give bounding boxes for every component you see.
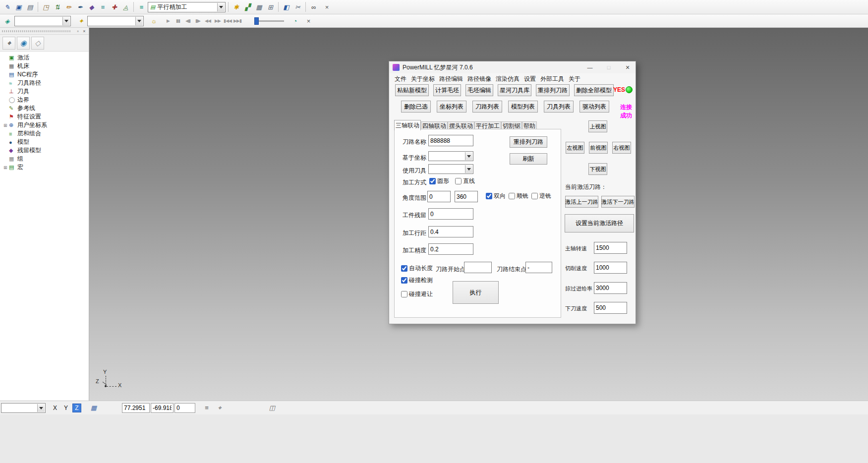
step-back-button[interactable]: ◀▮ — [183, 16, 193, 26]
refresh-button[interactable]: 刷新 — [510, 153, 547, 165]
menu-item[interactable]: 外部工具 — [539, 74, 565, 84]
set-active-path-button[interactable]: 设置当前激活路径 — [565, 214, 634, 232]
checkbox[interactable] — [401, 291, 407, 297]
tree-item-patterns[interactable]: ✎ 参考线 — [0, 104, 89, 113]
toolpath-list-button[interactable]: 刀路列表 — [472, 101, 502, 113]
spectacles-icon[interactable]: ∞ — [308, 2, 319, 12]
checkbox[interactable] — [401, 277, 407, 284]
rewind-button[interactable]: ◀◀ — [203, 16, 213, 26]
execute-button[interactable]: 执行 — [453, 281, 499, 304]
checkbox[interactable] — [531, 193, 538, 199]
new-project-icon[interactable]: ✎ — [2, 2, 12, 12]
print-icon[interactable]: ▤ — [25, 2, 35, 12]
circular-checkbox[interactable]: 圆形 — [429, 177, 449, 185]
cutting-feed-field[interactable] — [594, 262, 627, 274]
plunge-feed-field[interactable] — [594, 302, 627, 314]
checkbox[interactable] — [401, 265, 407, 272]
view-top-button[interactable]: 上视图 — [588, 120, 607, 132]
menu-item[interactable]: 文件 — [394, 74, 407, 84]
tool-library-button[interactable]: 星河刀具库 — [498, 84, 531, 96]
calculator-icon[interactable]: ▦ — [254, 2, 264, 12]
toolbar-close-icon[interactable]: × — [304, 17, 313, 25]
panel-drag-handle[interactable] — [2, 30, 71, 32]
chevron-down-icon[interactable] — [465, 165, 472, 173]
x-axis-button[interactable]: X — [51, 404, 59, 412]
feeds-icon[interactable]: ✚ — [109, 2, 119, 12]
view-left-button[interactable]: 左视图 — [566, 142, 584, 154]
checkbox[interactable] — [509, 193, 515, 199]
simulation-speed-clock-icon[interactable]: ◔ — [290, 16, 300, 26]
simulation-speed-slider[interactable] — [255, 20, 284, 22]
strategy-list-icon[interactable]: ≡ — [136, 2, 147, 12]
delete-all-models-button[interactable]: 删除全部模型 — [574, 84, 614, 96]
toolbox-icon[interactable]: ✱ — [231, 2, 241, 12]
z-axis-button[interactable]: Z — [72, 404, 81, 412]
tree-item-models[interactable]: ● 模型 — [0, 138, 89, 146]
go-to-end-button[interactable]: ▶▶▮ — [232, 16, 242, 26]
toolbar-close-icon[interactable]: × — [323, 3, 331, 11]
toolpath-edit-icon[interactable]: ✏ — [63, 2, 74, 12]
go-to-start-button[interactable]: ▮◀◀ — [223, 16, 232, 26]
chevron-down-icon[interactable] — [37, 404, 45, 412]
snap-options-icon[interactable]: ≡ — [201, 403, 212, 413]
drive-list-button[interactable]: 驱动列表 — [579, 101, 609, 113]
checkbox[interactable] — [486, 193, 492, 199]
menu-item[interactable]: 路径镜像 — [466, 74, 492, 84]
transform-icon[interactable]: ◆ — [86, 2, 97, 12]
slider-handle[interactable] — [254, 17, 259, 25]
grid-icon[interactable]: ▦ — [88, 403, 99, 413]
menu-item[interactable]: 路径编辑 — [438, 74, 464, 84]
end-point-input[interactable] — [525, 262, 552, 273]
tree-item-boundaries[interactable]: ◯ 边界 — [0, 96, 89, 104]
simulate-entity-icon[interactable]: ◬ — [120, 2, 131, 12]
tree-item-levels-and-sets[interactable]: ≡ 层和组合 — [0, 129, 89, 138]
panel-close-icon[interactable]: × — [81, 28, 87, 34]
paste-new-model-button[interactable]: 粘贴新模型 — [395, 84, 429, 96]
tolerance-input[interactable] — [428, 243, 473, 255]
delete-selected-button[interactable]: 删除已选 — [401, 101, 431, 113]
pages-icon[interactable]: ◫ — [267, 403, 278, 413]
status-combobox[interactable] — [1, 403, 46, 413]
pause-button[interactable]: ▮▮ — [173, 16, 183, 26]
clipping-icon[interactable]: ✂ — [292, 2, 303, 12]
edit-block-button[interactable]: 毛坯编辑 — [465, 84, 493, 96]
tree-expander-icon[interactable]: ⊞ — [3, 165, 9, 170]
chevron-down-icon[interactable] — [135, 17, 143, 25]
chevron-down-icon[interactable] — [465, 152, 472, 160]
dialog-titlebar[interactable]: PowerMILL 忆梦星河 7.0.6 — □ × — [389, 61, 636, 73]
angle-start-input[interactable] — [427, 191, 451, 202]
coordinate-z-field[interactable] — [174, 403, 195, 413]
tree-item-toolpaths[interactable]: ≈ 刀具路径 — [0, 79, 89, 87]
menu-item[interactable]: 关于 — [568, 74, 581, 84]
calc-block-button[interactable]: 计算毛坯 — [433, 84, 461, 96]
shield-icon[interactable]: ◇ — [31, 37, 44, 50]
tree-item-activate[interactable]: ▣ 激活 — [0, 54, 89, 62]
view-front-button[interactable]: 前视图 — [589, 142, 608, 154]
model-list-button[interactable]: 模型列表 — [508, 101, 538, 113]
explorer-tree-icon[interactable]: ⌖ — [2, 37, 15, 50]
close-button[interactable]: × — [621, 62, 635, 72]
tree-item-nc-programs[interactable]: ▤ NC程序 — [0, 70, 89, 79]
play-button[interactable]: ▶ — [163, 16, 173, 26]
start-point-input[interactable] — [464, 262, 492, 273]
tree-item-stock-models[interactable]: ◆ 残留模型 — [0, 146, 89, 155]
maximize-button[interactable]: □ — [602, 62, 616, 72]
reorder-toolpaths-form-button[interactable]: 重排列刀路 — [510, 136, 547, 148]
strategy-combobox[interactable]: ▤ 平行精加工 — [148, 2, 226, 12]
minimize-button[interactable]: — — [583, 62, 597, 72]
collision-avoid-checkbox[interactable]: 碰撞避让 — [401, 290, 433, 298]
measure-icon[interactable]: ⌖ — [214, 403, 225, 413]
tree-item-groups[interactable]: ▦ 组 — [0, 155, 89, 163]
web-globe-icon[interactable]: ◉ — [17, 37, 30, 50]
stock-input[interactable] — [428, 208, 473, 220]
menu-item[interactable]: 设置 — [523, 74, 537, 84]
checkbox[interactable] — [455, 178, 462, 184]
tool-holder-icon[interactable]: ✦ — [76, 16, 86, 26]
fast-forward-button[interactable]: ▶▶ — [213, 16, 223, 26]
chevron-down-icon[interactable] — [217, 3, 225, 11]
bidirectional-checkbox[interactable]: 双向 — [486, 192, 506, 200]
workplane-combobox[interactable] — [428, 151, 473, 161]
reorder-toolpaths-button[interactable]: 重排列刀路 — [536, 84, 570, 96]
stepover-input[interactable] — [428, 226, 473, 237]
tree-item-macros[interactable]: ⊞ ▤ 宏 — [0, 163, 89, 172]
